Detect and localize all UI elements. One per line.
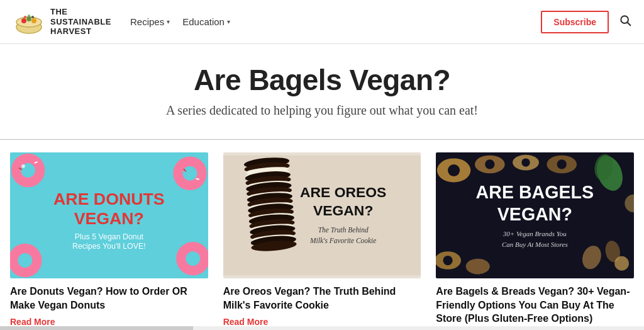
card-donuts-title: Are Donuts Vegan? How to Order OR Make V… — [10, 285, 208, 312]
education-chevron-icon: ▾ — [227, 18, 230, 25]
svg-point-64 — [522, 158, 530, 166]
svg-text:Milk's Favorite Cookie: Milk's Favorite Cookie — [309, 237, 376, 244]
site-header: THE SUSTAINABLE HARVEST Recipes ▾ Educat… — [0, 0, 644, 44]
card-oreos: ARE OREOS VEGAN? The Truth Behind Milk's… — [223, 152, 421, 327]
page-title: Are Bagels Vegan? — [13, 63, 631, 97]
svg-text:ARE DONUTS: ARE DONUTS — [53, 190, 164, 208]
svg-text:ARE OREOS: ARE OREOS — [300, 184, 386, 200]
svg-point-6 — [24, 16, 26, 18]
card-donuts: ARE DONUTS VEGAN? Plus 5 Vegan Donut Rec… — [10, 152, 208, 327]
svg-point-7 — [28, 14, 30, 17]
svg-text:VEGAN?: VEGAN? — [74, 209, 144, 228]
card-bagels-title: Are Bagels & Breads Vegan? 30+ Vegan-Fri… — [436, 285, 634, 326]
card-oreos-title: Are Oreos Vegan? The Truth Behind Milk's… — [223, 285, 421, 312]
svg-text:Can Buy At Most Stores: Can Buy At Most Stores — [502, 241, 568, 248]
svg-text:30+ Vegan Brands You: 30+ Vegan Brands You — [502, 230, 567, 237]
svg-text:ARE BAGELS: ARE BAGELS — [476, 182, 594, 202]
card-bagels: ARE BAGELS VEGAN? 30+ Vegan Brands You C… — [436, 152, 634, 327]
bagels-illustration: ARE BAGELS VEGAN? 30+ Vegan Brands You C… — [436, 152, 634, 278]
svg-point-20 — [186, 251, 200, 266]
svg-point-14 — [21, 164, 25, 168]
svg-text:VEGAN?: VEGAN? — [497, 204, 572, 224]
oreos-illustration: ARE OREOS VEGAN? The Truth Behind Milk's… — [223, 152, 421, 278]
svg-point-18 — [18, 253, 32, 268]
svg-point-62 — [486, 159, 495, 169]
donuts-illustration: ARE DONUTS VEGAN? Plus 5 Vegan Donut Rec… — [10, 152, 208, 278]
logo-icon — [13, 6, 45, 38]
page-subtitle: A series dedicated to helping you figure… — [13, 103, 631, 118]
svg-text:VEGAN?: VEGAN? — [313, 202, 373, 219]
svg-point-16 — [183, 166, 197, 181]
svg-point-2 — [21, 18, 26, 23]
nav-recipes[interactable]: Recipes ▾ — [130, 16, 170, 27]
search-icon — [619, 14, 631, 26]
card-oreos-image: ARE OREOS VEGAN? The Truth Behind Milk's… — [223, 152, 421, 278]
card-oreos-read-more[interactable]: Read More — [223, 317, 421, 327]
svg-text:The Truth Behind: The Truth Behind — [318, 226, 368, 234]
svg-point-60 — [448, 164, 460, 176]
site-logo[interactable]: THE SUSTAINABLE HARVEST — [13, 6, 111, 38]
card-donuts-image: ARE DONUTS VEGAN? Plus 5 Vegan Donut Rec… — [10, 152, 208, 278]
svg-text:Recipes You'll LOVE!: Recipes You'll LOVE! — [72, 242, 146, 251]
logo-text: THE SUSTAINABLE HARVEST — [50, 7, 111, 37]
card-donuts-read-more[interactable]: Read More — [10, 317, 208, 327]
section-divider — [0, 139, 644, 140]
main-nav: Recipes ▾ Education ▾ — [130, 16, 230, 27]
svg-line-10 — [628, 23, 631, 26]
svg-point-74 — [614, 256, 629, 271]
subscribe-button[interactable]: Subscribe — [541, 11, 609, 33]
svg-point-70 — [443, 256, 453, 265]
card-bagels-image: ARE BAGELS VEGAN? 30+ Vegan Brands You C… — [436, 152, 634, 278]
scrollbar-thumb[interactable] — [0, 326, 193, 330]
svg-point-66 — [557, 159, 567, 169]
scrollbar[interactable] — [0, 326, 644, 330]
search-button[interactable] — [619, 14, 631, 30]
svg-point-8 — [31, 16, 34, 18]
svg-text:Plus 5 Vegan Donut: Plus 5 Vegan Donut — [75, 232, 144, 241]
articles-grid: ARE DONUTS VEGAN? Plus 5 Vegan Donut Rec… — [0, 152, 644, 330]
nav-education[interactable]: Education ▾ — [182, 16, 230, 27]
hero-section: Are Bagels Vegan? A series dedicated to … — [0, 44, 644, 128]
header-actions: Subscribe — [541, 11, 631, 33]
svg-point-71 — [466, 259, 490, 275]
svg-point-4 — [31, 18, 36, 23]
recipes-chevron-icon: ▾ — [167, 18, 170, 25]
